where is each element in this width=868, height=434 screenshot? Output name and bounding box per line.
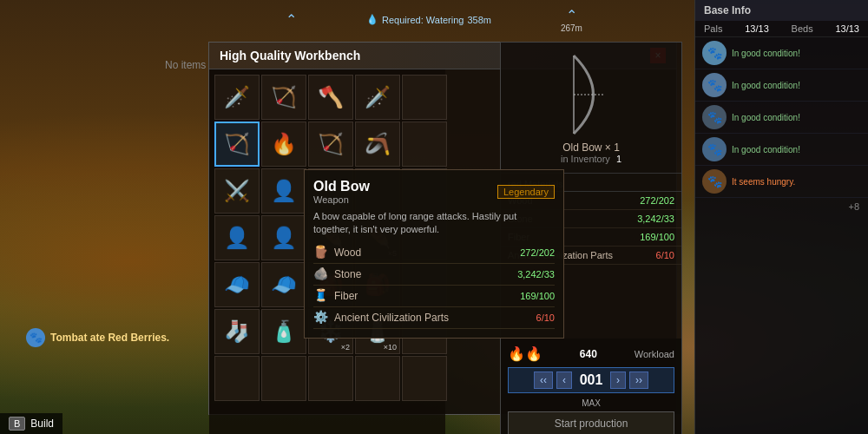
no-items-label: No items — [165, 59, 206, 71]
hud-dist2: 267m — [561, 23, 582, 33]
grid-cell[interactable]: 🧢 — [214, 262, 260, 307]
pal-status: It seems hungry. — [732, 177, 861, 187]
grid-cell[interactable]: ⚔️ — [214, 168, 260, 214]
grid-cell[interactable]: 👤 — [261, 168, 306, 214]
req-mat-val: 6/10 — [656, 250, 674, 260]
beds-value: 13/13 — [835, 23, 859, 34]
inventory-count: 1 — [616, 154, 621, 164]
cell-icon: 🧴 — [271, 319, 297, 344]
start-production-button[interactable]: Start production — [508, 411, 674, 434]
cell-icon: 🏹 — [318, 132, 344, 156]
chevron-up-icon: ⌃ — [286, 11, 297, 28]
grid-cell[interactable]: 👤 — [261, 215, 306, 260]
grid-cell[interactable] — [402, 356, 447, 401]
req-mat-val: 3,242/33 — [637, 214, 674, 224]
pal-avatar: 🐾 — [702, 73, 727, 97]
cell-icon: 🧦 — [224, 319, 250, 344]
chevron-up-icon2: ⌃ — [566, 7, 577, 23]
chat-avatar: 🐾 — [26, 328, 45, 347]
grid-cell[interactable] — [261, 356, 306, 401]
cell-icon: 👤 — [271, 179, 297, 203]
watering-dist: 358m — [467, 15, 491, 25]
cell-icon: 🏹 — [224, 132, 250, 156]
material-name: Fiber — [334, 290, 520, 302]
cell-icon: 🗡️ — [224, 85, 250, 109]
pal-row: 🐾 In good condition! — [695, 102, 868, 134]
grid-cell[interactable] — [308, 356, 353, 401]
material-count: 6/10 — [536, 312, 555, 323]
qty-next-button[interactable]: › — [610, 372, 626, 389]
preview-item-label: Old Bow × 1 — [510, 141, 673, 154]
material-row: 🧵 Fiber 169/100 — [313, 286, 555, 307]
item-name: Old Bow — [313, 179, 370, 194]
grid-cell[interactable]: 🧴 — [261, 309, 306, 354]
cell-icon: 🏹 — [271, 85, 297, 109]
workload-label: Workload — [635, 349, 674, 359]
item-description: A bow capable of long range attacks. Has… — [313, 210, 555, 237]
grid-cell[interactable]: 👤 — [214, 215, 260, 260]
cell-icon: 🪓 — [318, 85, 344, 109]
pals-stat-row: Pals 13/13 Beds 13/13 — [695, 21, 868, 37]
material-count: 169/100 — [520, 291, 555, 301]
qty-next-next-button[interactable]: ›› — [629, 372, 648, 389]
workload-row: 🔥🔥 640 Workload — [508, 345, 674, 362]
pal-row: 🐾 In good condition! — [695, 37, 868, 69]
pal-avatar: 🐾 — [702, 137, 727, 161]
grid-cell[interactable]: 🔥 — [261, 122, 306, 167]
material-icon: 🪵 — [313, 245, 329, 260]
qty-prev-button[interactable]: ‹ — [556, 372, 572, 389]
material-name: Wood — [334, 247, 520, 259]
grid-cell[interactable]: 🪃 — [355, 122, 400, 167]
production-area: 🔥🔥 640 Workload ‹‹ ‹ 001 › ›› MAX Start … — [500, 339, 682, 434]
build-key: B — [9, 417, 25, 431]
material-name: Stone — [334, 268, 517, 280]
grid-cell[interactable]: 🗡️ — [214, 75, 260, 120]
pal-list: 🐾 In good condition! 🐾 In good condition… — [695, 37, 868, 198]
pal-status: In good condition! — [732, 81, 861, 90]
quantity-value: 001 — [575, 372, 607, 388]
grid-cell[interactable]: 🧢 — [261, 262, 306, 307]
item-preview-area: Old Bow × 1 in Inventory 1 — [501, 43, 681, 174]
cell-icon: ⚔️ — [224, 179, 250, 203]
material-count: 272/202 — [520, 247, 555, 258]
grid-cell[interactable] — [402, 122, 447, 167]
grid-cell[interactable]: 🗡️ — [355, 75, 400, 120]
grid-cell[interactable] — [355, 356, 400, 401]
chat-text: Tombat ate Red Berries. — [50, 332, 169, 344]
beds-label: Beds — [792, 23, 813, 34]
material-row: 🪵 Wood 272/202 — [313, 242, 555, 264]
pal-status: In good condition! — [732, 49, 861, 58]
pal-status: In good condition! — [732, 113, 861, 122]
hud-nav-icon1: ⌃ — [286, 11, 297, 28]
pal-avatar: 🐾 — [702, 105, 727, 129]
pal-avatar: 🐾 — [702, 41, 727, 65]
cell-count: ×10 — [384, 343, 397, 352]
quantity-row: ‹‹ ‹ 001 › ›› — [508, 367, 674, 393]
item-type: Weapon — [313, 194, 370, 205]
grid-cell[interactable]: 🏹 — [214, 122, 260, 167]
required-materials-list: 🪵 Wood 272/202 🪨 Stone 3,242/33 🧵 Fiber … — [313, 242, 555, 329]
grid-cell[interactable]: 🏹 — [261, 75, 306, 120]
grid-cell[interactable]: 🪓 — [308, 75, 353, 120]
material-count: 3,242/33 — [517, 269, 555, 279]
hud-nav-icon2: ⌃ 267m — [561, 7, 582, 33]
req-mat-val: 272/202 — [640, 195, 674, 206]
detail-header: Old Bow Weapon Legendary — [313, 179, 555, 205]
cell-icon: 🧢 — [271, 273, 297, 297]
grid-cell[interactable] — [402, 75, 447, 120]
item-name-type: Old Bow Weapon — [313, 179, 370, 205]
watering-icon: 💧 — [366, 14, 378, 25]
pals-label: Pals — [704, 23, 722, 34]
pal-status: In good condition! — [732, 145, 861, 155]
material-icon: 🧵 — [313, 288, 329, 304]
build-label: Build — [30, 418, 54, 430]
grid-cell[interactable]: 🏹 — [308, 122, 353, 167]
qty-prev-prev-button[interactable]: ‹‹ — [534, 372, 553, 389]
plus-more-pals: +8 — [695, 198, 868, 215]
workload-value: 640 — [580, 348, 597, 360]
grid-cell[interactable]: 🧦 — [214, 309, 260, 354]
base-info-title-bar: Base Info — [695, 0, 868, 21]
chat-message: 🐾 Tombat ate Red Berries. — [26, 328, 169, 347]
build-bar: B Build — [0, 413, 62, 434]
grid-cell[interactable] — [214, 356, 260, 401]
